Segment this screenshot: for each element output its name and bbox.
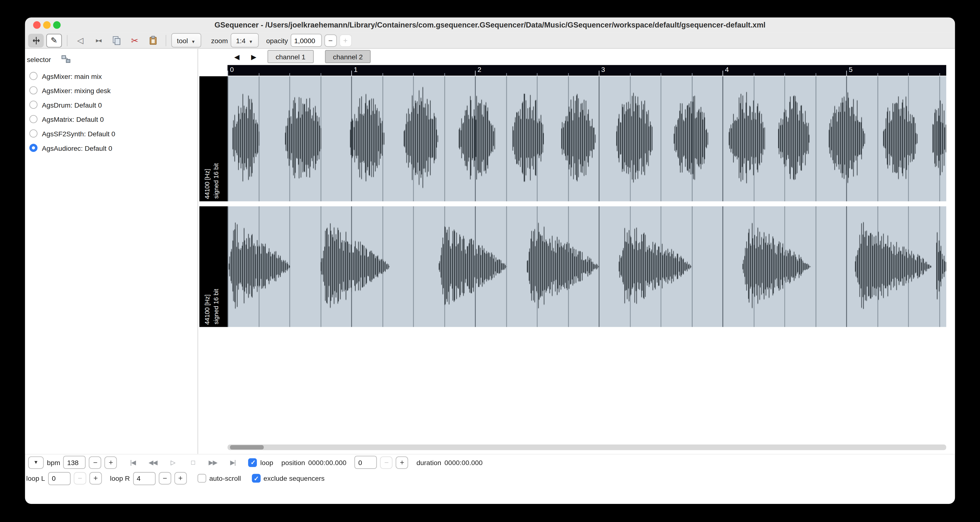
machine-radio-button[interactable] [29, 100, 38, 109]
machine-radio-button[interactable] [29, 72, 38, 80]
plus-icon: + [109, 458, 113, 466]
scrollbar-thumb[interactable] [230, 445, 264, 449]
position-decrement-button[interactable]: − [380, 456, 393, 469]
position-tool-button[interactable] [28, 33, 44, 47]
position-value: 0000:00.000 [308, 458, 347, 466]
ruler-tick [630, 73, 631, 75]
tab-channel-2[interactable]: channel 2 [325, 50, 371, 63]
tool-menu-button[interactable]: tool [171, 33, 201, 48]
scroll-tabs-right-button[interactable]: ▶ [247, 51, 261, 63]
ruler-number: 3 [601, 65, 605, 73]
position-spin-input[interactable]: 0 [355, 456, 377, 469]
machine-radio-button[interactable] [29, 86, 38, 95]
minus-icon: − [163, 474, 167, 483]
position-spin-value: 0 [358, 458, 362, 466]
playback-controls: |◀◀◀▷□▶▶▶| [125, 456, 240, 469]
machine-list-item[interactable]: AgsMatrix: Default 0 [25, 112, 197, 126]
bpm-increment-button[interactable]: + [105, 456, 117, 469]
minus-icon: − [93, 458, 97, 466]
opacity-decrement-button[interactable]: − [324, 34, 337, 46]
horizontal-scrollbar[interactable] [228, 444, 946, 450]
cut-button[interactable]: ✂ [127, 33, 143, 47]
loop-right-decrement-button[interactable]: − [159, 472, 171, 485]
paste-button[interactable] [145, 33, 161, 47]
track-2-samplerate-label: 44100 [Hz] [204, 294, 211, 325]
machine-list-item[interactable]: AgsAudiorec: Default 0 [25, 141, 197, 155]
footer-bar: loop L 0 − + loop R 4 − + auto-scroll ex… [25, 470, 955, 486]
machine-list-item[interactable]: AgsMixer: main mix [25, 69, 197, 83]
play-button[interactable]: ▷ [165, 456, 180, 469]
scroll-tabs-left-button[interactable]: ◀ [230, 51, 244, 63]
ruler-tick [382, 73, 383, 75]
zoom-label: zoom [211, 37, 228, 44]
ruler-tick [228, 71, 228, 76]
tool-menu-label: tool [177, 37, 188, 44]
fast-forward-button[interactable]: ▶▶ [205, 456, 220, 469]
plus-icon: + [178, 474, 183, 483]
edit-tool-button[interactable]: ✎ [46, 33, 62, 47]
go-to-start-button[interactable]: |◀ [125, 456, 140, 469]
loop-left-input[interactable]: 0 [48, 472, 71, 485]
close-button[interactable] [33, 21, 40, 29]
machine-label: AgsAudiorec: Default 0 [42, 144, 112, 151]
selector-menu-button[interactable] [58, 53, 73, 65]
loop-left-decrement-button[interactable]: − [74, 472, 86, 485]
rewind-button[interactable]: ◀◀ [145, 456, 160, 469]
titlebar[interactable]: GSequencer - /Users/joelkraehemann/Libra… [25, 18, 955, 33]
window-title: GSequencer - /Users/joelkraehemann/Libra… [100, 18, 880, 33]
machine-list: AgsMixer: main mixAgsMixer: mixing deskA… [25, 69, 197, 155]
selector-label: selector [27, 55, 51, 63]
copy-button[interactable] [109, 33, 124, 47]
ruler-tick [878, 73, 878, 75]
machine-radio-button[interactable] [29, 129, 38, 138]
ruler-tick [259, 73, 259, 75]
gsequencer-window: GSequencer - /Users/joelkraehemann/Libra… [25, 18, 955, 504]
bpm-input[interactable]: 138 [64, 456, 86, 469]
machine-radio-button[interactable] [29, 144, 38, 152]
machine-list-item[interactable]: AgsMixer: mixing desk [25, 83, 197, 98]
tab-channel-1[interactable]: channel 1 [267, 50, 313, 63]
exclude-sequencers-label: exclude sequencers [264, 474, 325, 482]
loop-checkbox[interactable] [248, 458, 257, 466]
expander-button[interactable]: ▼ [28, 456, 44, 469]
zoom-select[interactable]: 1:4 [230, 33, 258, 48]
auto-scroll-label: auto-scroll [209, 474, 241, 482]
opacity-increment-button[interactable]: + [339, 34, 352, 46]
plus-icon: + [400, 458, 404, 466]
track-2-info-strip: 44100 [Hz] signed 16 bit [199, 206, 228, 327]
minimize-button[interactable] [43, 21, 51, 29]
position-increment-button[interactable]: + [396, 456, 408, 469]
track-1-format-label: signed 16 bit [212, 163, 220, 199]
loop-right-input[interactable]: 4 [133, 472, 155, 485]
ruler-tick [692, 73, 692, 75]
machine-label: AgsMixer: mixing desk [42, 87, 111, 94]
ruler-tick [537, 73, 538, 75]
auto-scroll-checkbox[interactable] [197, 474, 206, 483]
track-1-waveform-canvas[interactable] [228, 76, 946, 201]
stop-button[interactable]: □ [185, 456, 200, 469]
chevron-down-icon: ▼ [33, 460, 38, 465]
machine-list-item[interactable]: AgsSF2Synth: Default 0 [25, 126, 197, 141]
clipboard-icon [148, 36, 157, 45]
bpm-decrement-button[interactable]: − [89, 456, 102, 469]
toolbar-separator [165, 35, 166, 46]
select-tool-button[interactable]: ▸◂ [91, 33, 107, 47]
opacity-input[interactable]: 1,0000 [290, 34, 322, 47]
track-1-info-strip: 44100 [Hz] signed 16 bit [199, 76, 228, 201]
duration-label: duration [417, 458, 441, 466]
exclude-sequencers-checkbox[interactable] [251, 474, 260, 483]
ruler-tick [816, 73, 816, 75]
ruler-number: 2 [477, 65, 481, 73]
invert-tool-button[interactable]: ◁ [73, 33, 88, 47]
zoom-window-button[interactable] [53, 21, 60, 29]
ruler[interactable]: 012345 [228, 65, 946, 76]
go-to-end-button[interactable]: ▶| [225, 456, 240, 469]
loop-right-increment-button[interactable]: + [174, 472, 187, 485]
chevron-down-icon [249, 37, 253, 44]
select-icon: ▸◂ [96, 37, 101, 44]
loop-left-increment-button[interactable]: + [89, 472, 102, 485]
track-2-waveform-canvas[interactable] [228, 206, 946, 327]
ruler-number: 0 [230, 65, 234, 73]
machine-list-item[interactable]: AgsDrum: Default 0 [25, 97, 197, 112]
machine-radio-button[interactable] [29, 115, 38, 123]
